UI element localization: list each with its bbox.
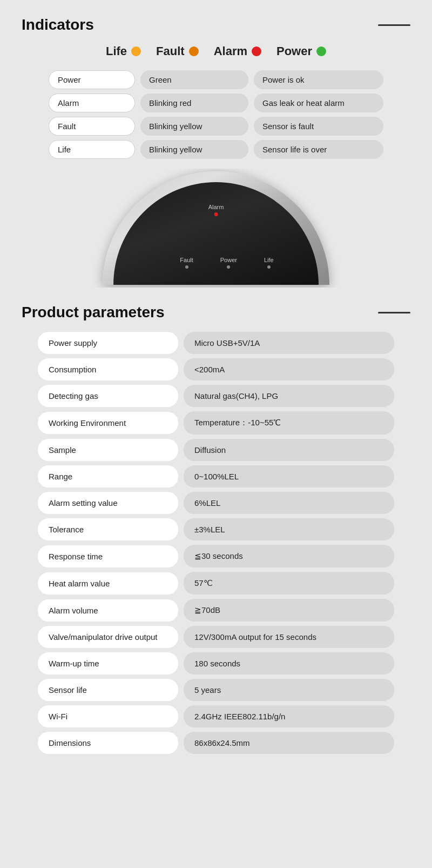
- legend-fault-label: Fault: [156, 44, 185, 58]
- param-row: SampleDiffusion: [38, 439, 394, 461]
- param-label-5: Range: [38, 465, 178, 488]
- ind-indicator-0: Green: [140, 70, 248, 89]
- param-value-14: 2.4GHz IEEE802.11b/g/n: [184, 705, 394, 727]
- param-value-12: 180 seconds: [184, 652, 394, 675]
- param-row: Detecting gasNatural gas(CH4), LPG: [38, 385, 394, 407]
- param-row: Alarm volume≧70dB: [38, 599, 394, 622]
- param-value-2: Natural gas(CH4), LPG: [184, 385, 394, 407]
- legend-alarm-label: Alarm: [214, 44, 247, 58]
- params-title: Product parameters: [22, 304, 165, 321]
- fault-indicator-dot: [185, 265, 188, 269]
- param-value-6: 6%LEL: [184, 492, 394, 514]
- ind-name-1: Alarm: [49, 94, 135, 112]
- indicators-table: Power Green Power is ok Alarm Blinking r…: [49, 70, 383, 159]
- device-bottom-labels: Fault Power Life: [113, 257, 329, 269]
- param-row: Alarm setting value6%LEL: [38, 492, 394, 514]
- param-label-0: Power supply: [38, 332, 178, 354]
- alarm-dot-icon: [252, 46, 261, 56]
- param-row: Power supplyMicro USB+5V/1A: [38, 332, 394, 354]
- param-row: Response time≦30 seconds: [38, 545, 394, 567]
- ind-desc-1: Gas leak or heat alarm: [254, 94, 383, 112]
- power-dot-icon: [316, 46, 326, 56]
- param-value-9: 57℃: [184, 572, 394, 595]
- param-value-0: Micro USB+5V/1A: [184, 332, 394, 354]
- fault-dot-icon: [189, 46, 199, 56]
- page-container: Indicators Life Fault Alarm Power Power …: [0, 0, 432, 770]
- param-row: Range0~100%LEL: [38, 465, 394, 488]
- ind-name-3: Life: [49, 140, 135, 159]
- ind-indicator-3: Blinking yellow: [140, 140, 248, 159]
- ind-name-0: Power: [49, 70, 135, 89]
- param-row: Consumption<200mA: [38, 358, 394, 380]
- param-value-5: 0~100%LEL: [184, 465, 394, 488]
- device-body: Alarm Fault Power Life: [103, 171, 329, 285]
- indicators-line: [378, 24, 410, 26]
- param-label-6: Alarm setting value: [38, 492, 178, 514]
- params-header: Product parameters: [22, 304, 410, 321]
- ind-indicator-1: Blinking red: [140, 94, 248, 112]
- param-label-3: Working Environment: [38, 412, 178, 434]
- param-label-11: Valve/manipulator drive output: [38, 626, 178, 648]
- device-image: Alarm Fault Power Life: [103, 171, 329, 285]
- param-value-7: ±3%LEL: [184, 518, 394, 540]
- ind-indicator-2: Blinking yellow: [140, 117, 248, 136]
- life-dot-icon: [131, 46, 141, 56]
- param-label-9: Heat alarm value: [38, 572, 178, 595]
- ind-desc-3: Sensor life is over: [254, 140, 383, 159]
- device-inner: Alarm Fault Power Life: [113, 182, 319, 285]
- param-value-11: 12V/300mA output for 15 seconds: [184, 626, 394, 648]
- param-label-7: Tolerance: [38, 518, 178, 540]
- alarm-red-dot-icon: [214, 212, 218, 216]
- ind-desc-0: Power is ok: [254, 70, 383, 89]
- legend-power: Power: [276, 44, 326, 58]
- power-label-text: Power: [220, 257, 237, 263]
- param-row: Sensor life5 years: [38, 679, 394, 701]
- alarm-label-text: Alarm: [208, 204, 224, 210]
- param-row: Valve/manipulator drive output12V/300mA …: [38, 626, 394, 648]
- params-table: Power supplyMicro USB+5V/1AConsumption<2…: [38, 332, 394, 754]
- param-value-4: Diffusion: [184, 439, 394, 461]
- device-alarm-label: Alarm: [208, 204, 224, 216]
- param-value-10: ≧70dB: [184, 599, 394, 622]
- param-label-12: Warm-up time: [38, 652, 178, 675]
- legend-row: Life Fault Alarm Power: [22, 44, 410, 58]
- param-value-3: Temperature：-10~55℃: [184, 411, 394, 435]
- param-row: Dimensions86x86x24.5mm: [38, 732, 394, 754]
- param-label-1: Consumption: [38, 358, 178, 380]
- legend-life: Life: [106, 44, 141, 58]
- ind-name-2: Fault: [49, 117, 135, 136]
- param-row: Warm-up time180 seconds: [38, 652, 394, 675]
- param-value-13: 5 years: [184, 679, 394, 701]
- param-value-1: <200mA: [184, 358, 394, 380]
- fault-label-text: Fault: [180, 257, 193, 263]
- param-value-8: ≦30 seconds: [184, 545, 394, 567]
- life-label-text: Life: [264, 257, 274, 263]
- ind-desc-2: Sensor is fault: [254, 117, 383, 136]
- param-value-15: 86x86x24.5mm: [184, 732, 394, 754]
- param-label-14: Wi-Fi: [38, 705, 178, 727]
- param-label-4: Sample: [38, 439, 178, 461]
- param-label-13: Sensor life: [38, 679, 178, 701]
- legend-fault: Fault: [156, 44, 199, 58]
- param-label-8: Response time: [38, 545, 178, 567]
- device-image-container: Alarm Fault Power Life: [22, 169, 410, 288]
- param-row: Working EnvironmentTemperature：-10~55℃: [38, 411, 394, 435]
- legend-life-label: Life: [106, 44, 127, 58]
- power-indicator-dot: [227, 265, 230, 269]
- param-row: Heat alarm value57℃: [38, 572, 394, 595]
- device-life-label: Life: [264, 257, 274, 269]
- param-label-2: Detecting gas: [38, 385, 178, 407]
- device-fault-label: Fault: [180, 257, 193, 269]
- product-parameters-section: Product parameters Power supplyMicro USB…: [22, 304, 410, 754]
- param-label-10: Alarm volume: [38, 599, 178, 622]
- indicators-header: Indicators: [22, 16, 410, 34]
- legend-alarm: Alarm: [214, 44, 261, 58]
- params-line: [378, 312, 410, 313]
- device-power-label: Power: [220, 257, 237, 269]
- param-row: Tolerance±3%LEL: [38, 518, 394, 540]
- param-label-15: Dimensions: [38, 732, 178, 754]
- indicators-title: Indicators: [22, 16, 94, 34]
- life-indicator-dot: [267, 265, 271, 269]
- legend-power-label: Power: [276, 44, 312, 58]
- param-row: Wi-Fi2.4GHz IEEE802.11b/g/n: [38, 705, 394, 727]
